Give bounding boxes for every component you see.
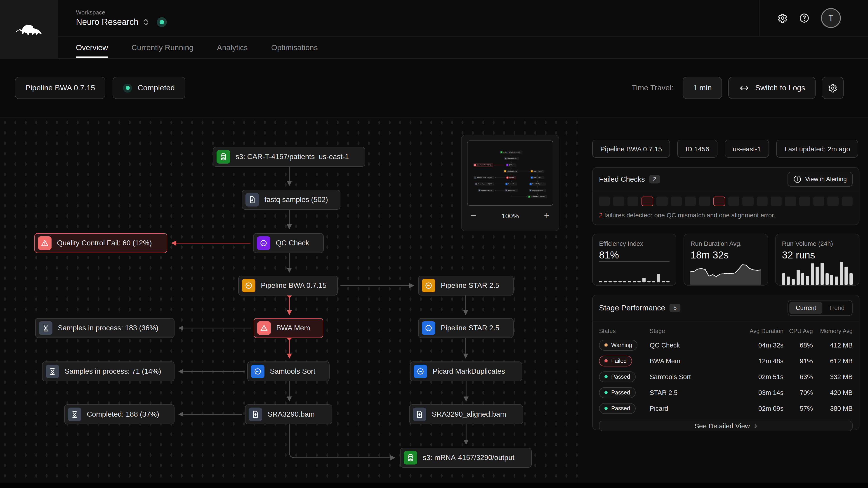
file-icon — [413, 408, 426, 421]
status-pill-passed: Passed — [599, 387, 636, 398]
metric-value: 32 runs — [782, 250, 852, 261]
header: Workspace Neuro Research — [0, 0, 868, 59]
hourglass-icon — [46, 365, 59, 378]
main-area: s3: CAR-T-4157/patients us-east-1fastq s… — [0, 118, 868, 488]
minimap[interactable]: s3: CAR-T-4157/patients us-east-1fastq s… — [461, 135, 559, 231]
see-detailed-view-button[interactable]: See Detailed View › — [599, 421, 852, 431]
column-header-1: Stage — [650, 328, 741, 334]
failed-checks-count: 2 — [649, 175, 660, 184]
check-segment — [627, 197, 638, 206]
pipeline-canvas[interactable]: s3: CAR-T-4157/patients us-east-1fastq s… — [0, 118, 578, 483]
node-sra-aligned[interactable]: SRA3290_aligned.bam — [409, 404, 523, 424]
cell-stage: BWA Mem — [650, 357, 741, 364]
warning-icon — [257, 321, 271, 335]
alert-octagon-icon — [794, 175, 801, 183]
tab-currently-running[interactable]: Currently Running — [131, 37, 193, 59]
logo-container[interactable] — [0, 0, 58, 59]
node-label: Samtools Sort — [270, 367, 315, 376]
node-label: Samples in process: 183 (36%) — [58, 324, 158, 332]
check-segment — [799, 197, 810, 206]
meta-chip-1[interactable]: ID 1456 — [677, 140, 717, 158]
workspace-name: Neuro Research — [76, 17, 138, 27]
zoom-in-button[interactable]: + — [544, 210, 550, 221]
node-bwa-mem[interactable]: BWA Mem — [254, 318, 323, 338]
switch-to-logs-button[interactable]: Switch to Logs — [728, 77, 815, 99]
toggle-current[interactable]: Current — [789, 302, 822, 314]
meta-chip-2[interactable]: us-east-1 — [725, 140, 769, 158]
node-s3-output[interactable]: s3: mRNA-4157/3290/output — [400, 448, 532, 468]
status-badge[interactable]: Completed — [113, 77, 185, 99]
meta-chip-3[interactable]: Last updated: 2m ago — [776, 140, 858, 158]
zoom-out-button[interactable]: − — [471, 210, 476, 221]
tab-optimisations[interactable]: Optimisations — [271, 37, 318, 59]
node-samples-183[interactable]: Samples in process: 183 (36%) — [35, 318, 175, 338]
node-picard[interactable]: Picard MarkDuplicates — [410, 361, 522, 381]
cell-avg_duration: 02m 09s — [741, 404, 783, 412]
pipeline-meta-chips: Pipeline BWA 0.7.15ID 1456us-east-1Last … — [592, 140, 860, 158]
check-segment — [699, 197, 710, 206]
user-avatar[interactable]: T — [821, 8, 841, 28]
metric-value: 18m 32s — [690, 250, 761, 261]
node-label: Pipeline STAR 2.5 — [441, 324, 499, 332]
failed-checks-title: Failed Checks — [599, 175, 645, 183]
toggle-trend[interactable]: Trend — [822, 302, 851, 314]
time-travel-value: 1 min — [693, 84, 712, 92]
node-bwa[interactable]: Pipeline BWA 0.7.15 — [238, 275, 338, 295]
table-row[interactable]: PassedPicard02m 09s57%380 MB — [599, 400, 852, 416]
node-s3-input[interactable]: s3: CAR-T-4157/patients us-east-1 — [213, 147, 365, 167]
check-segment — [685, 197, 696, 206]
chevron-updown-icon[interactable] — [143, 18, 149, 26]
node-sra-bam[interactable]: SRA3290.bam — [245, 404, 332, 424]
column-header-4: Memory Avg — [813, 328, 852, 334]
cell-cpu_avg: 68% — [783, 341, 813, 349]
node-label: SRA3290.bam — [268, 410, 315, 418]
table-row[interactable]: WarningQC Check04m 32s68%412 MB — [599, 337, 852, 353]
column-header-0: Status — [599, 328, 650, 334]
process-icon — [242, 279, 255, 292]
process-icon — [251, 365, 265, 378]
cell-stage: QC Check — [650, 341, 741, 349]
table-row[interactable]: PassedSamtools Sort02m 51s63%332 MB — [599, 369, 852, 385]
cell-memory_avg: 380 MB — [813, 404, 852, 412]
tab-overview[interactable]: Overview — [76, 37, 108, 59]
status-dot — [123, 84, 132, 92]
toolbar: Pipeline BWA 0.7.15 Completed Time Trave… — [0, 59, 868, 118]
meta-chip-0[interactable]: Pipeline BWA 0.7.15 — [592, 140, 670, 158]
cell-memory_avg: 412 MB — [813, 341, 852, 349]
metric-chart — [782, 261, 852, 285]
node-label: Picard MarkDuplicates — [433, 367, 505, 376]
anteater-logo — [14, 20, 44, 39]
time-travel-value-button[interactable]: 1 min — [683, 77, 722, 99]
node-label: Pipeline BWA 0.7.15 — [261, 282, 327, 290]
metric-value: 81% — [599, 250, 670, 261]
node-qc-check[interactable]: QC Check — [253, 233, 324, 253]
node-qc-fail[interactable]: Quality Control Fail: 60 (12%) — [34, 233, 167, 253]
failed-checks-card: Failed Checks 2 View in Alerting 2 failu… — [592, 167, 860, 225]
status-pill-warning: Warning — [599, 339, 638, 350]
node-star-top[interactable]: Pipeline STAR 2.5 — [418, 275, 514, 295]
file-icon — [249, 408, 262, 421]
node-fastq[interactable]: fastq samples (502) — [242, 190, 340, 210]
details-panel: Pipeline BWA 0.7.15ID 1456us-east-1Last … — [578, 118, 868, 483]
node-star-blue[interactable]: Pipeline STAR 2.5 — [418, 318, 514, 338]
node-samtools[interactable]: Samtools Sort — [247, 361, 330, 381]
pipeline-selector-button[interactable]: Pipeline BWA 0.7.15 — [15, 77, 105, 99]
node-samples-71[interactable]: Samples in process: 71 (14%) — [42, 361, 175, 381]
column-header-3: CPU Avg — [783, 328, 813, 334]
table-row[interactable]: FailedBWA Mem12m 48s91%612 MB — [599, 353, 852, 369]
node-completed-188[interactable]: Completed: 188 (37%) — [64, 404, 175, 424]
metric-card-1: Run Duration Avg.18m 32s — [684, 234, 768, 286]
stage-performance-title: Stage Performance — [599, 303, 665, 313]
help-icon[interactable] — [799, 13, 809, 23]
view-settings-button[interactable] — [822, 77, 844, 99]
table-row[interactable]: PassedSTAR 2.503m 14s70%420 MB — [599, 385, 852, 400]
settings-gear-icon[interactable] — [778, 13, 787, 23]
check-segment — [613, 197, 624, 206]
column-header-2: Avg Duration — [741, 328, 783, 334]
view-in-alerting-button[interactable]: View in Alerting — [787, 172, 852, 187]
tab-analytics[interactable]: Analytics — [217, 37, 248, 59]
workspace-selector[interactable]: Workspace Neuro Research — [76, 9, 167, 27]
cell-stage: Picard — [650, 404, 741, 412]
hourglass-icon — [68, 408, 81, 421]
see-detailed-view-label: See Detailed View — [694, 422, 750, 430]
